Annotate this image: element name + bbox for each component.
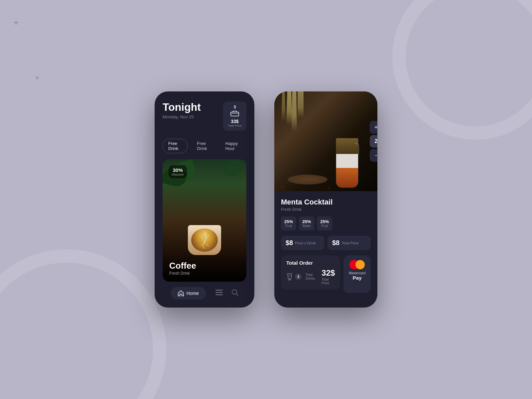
total-price-box: $8 Total Price [328,236,371,250]
filter-tab-free-drink-1[interactable]: Free Drink [163,139,188,153]
drink-title: Menta Cocktail [281,198,371,206]
menu-nav-icon[interactable] [215,290,223,297]
mastercard-logo [349,260,365,269]
cart-price: 33$ [228,119,242,124]
glass-layer-white [336,154,358,168]
ingredient-tag-1: 25% Water [299,216,314,230]
phone-2-bottom [274,293,377,300]
mc-circle-orange [355,260,365,269]
drinks-icon-wrapper: 3 [286,273,302,280]
svg-rect-2 [215,290,223,291]
ingredient-percent-2: 25% [320,219,329,224]
total-drinks-info: Total Drinks [306,273,315,280]
tonight-title: Tonight [163,101,201,113]
total-order-price: 32$ [322,268,335,278]
phone-2-content: Menta Cocktail Fresh Drink 25% Fruit 25%… [274,191,377,293]
discount-label: Discount [172,173,184,176]
svg-rect-0 [231,112,239,116]
list-icon [215,290,223,296]
quantity-value: 2 [370,135,377,148]
wheat-3 [279,91,288,121]
svg-line-6 [236,294,238,296]
ingredient-name-2: Fruit [320,224,329,228]
total-order-info: 3 Total Drinks 32$ Total Price [286,268,335,285]
quantity-controls: + 2 - [370,121,377,162]
home-label: Home [187,291,199,296]
coffee-name: Coffee [169,261,240,271]
latte-art-svg [191,228,218,252]
phone-1: Tonight Monday, Nov 25 3 33$ Total Price… [155,91,254,308]
discount-badge: 30% Discount [169,165,187,178]
total-price-amount: $8 [332,239,339,247]
bg-circle-top-right [392,0,532,140]
coffee-cup-container [188,225,221,255]
phone-2: + 2 - Menta Cocktail Fresh Drink 25% Fru… [274,91,377,308]
bottom-nav: Home [163,282,246,308]
leaf-decoration-3 [221,159,245,180]
quantity-minus-button[interactable]: - [370,149,377,162]
bg-plus-icon-1: + [13,17,19,28]
mastercard-pay-button[interactable]: Mastercard Pay [343,255,371,293]
total-order-price-label: Total Price [322,278,335,285]
total-order-row: Total Order 3 [281,255,371,293]
svg-rect-4 [215,294,223,295]
price-per-drink-label: Price x Drink [295,241,316,245]
drinks-glass-icon [286,273,293,280]
price-per-drink-box: $8 Price x Drink [281,236,324,250]
cart-label: Total Price [228,124,242,127]
filter-tab-happy-hour[interactable]: Happy Hour [220,139,246,153]
wheat-4 [298,91,304,118]
coffee-type: Fresh Drink [169,271,240,276]
cocktail-bg [274,91,377,191]
mc-brand-label: Mastercard [349,271,365,275]
filter-tabs: Free Drink Free Drink Happy Hour [163,139,246,153]
ingredient-tag-2: 25% Fruit [317,216,332,230]
phones-container: Tonight Monday, Nov 25 3 33$ Total Price… [155,91,377,308]
search-icon [232,289,238,296]
ingredient-tags: 25% Fruit 25% Water 25% Fruit [281,216,371,230]
drinks-count: 3 [295,273,302,280]
price-per-drink-amount: $8 [286,239,293,247]
bean-2 [286,181,289,183]
svg-rect-3 [215,292,223,293]
total-price-section: 32$ Total Price [322,268,335,285]
tonight-date: Monday, Nov 25 [163,114,201,119]
ingredient-name-1: Water [302,224,311,228]
cocktail-image-area: + 2 - [274,91,377,191]
header-titles: Tonight Monday, Nov 25 [163,101,201,119]
discount-percent: 30% [172,167,184,173]
coffee-cup [188,225,221,255]
coffee-info: Coffee Fresh Drink [163,255,246,282]
total-price-label: Total Price [341,241,358,245]
search-nav-icon[interactable] [232,289,238,298]
wheat-2 [291,91,298,131]
total-drinks-label: Total Drinks [306,273,315,280]
bg-circle-bottom-left [0,249,166,399]
home-nav-button[interactable]: Home [171,287,206,300]
glass-container [335,131,359,188]
total-order-section: Total Order 3 [281,255,340,290]
pricing-row: $8 Price x Drink $8 Total Price [281,236,371,250]
total-order-label: Total Order [286,260,335,266]
coffee-card[interactable]: 30% Discount Coffee Fresh Drink [163,159,246,282]
home-icon [178,290,184,296]
mc-pay-label: Pay [353,275,362,281]
bg-plus-icon-2: + [35,73,40,82]
cocktail-glass-wrapper [335,131,359,188]
bean-1 [281,185,285,189]
coffee-latte-art [191,228,218,252]
cart-icon [230,111,239,117]
cart-badge[interactable]: 3 33$ Total Price [223,101,246,131]
quantity-plus-button[interactable]: + [370,121,377,134]
filter-tab-free-drink-2[interactable]: Free Drink [192,139,216,153]
ingredient-tag-0: 25% Fruit [281,216,296,230]
glass-handle [355,143,359,156]
ingredient-percent-1: 25% [302,219,311,224]
phone-1-header: Tonight Monday, Nov 25 3 33$ Total Price [163,101,246,131]
glass-layer-brown [336,168,358,188]
ingredient-percent-0: 25% [284,219,293,224]
ingredient-name-0: Fruit [284,224,293,228]
cart-count: 3 [228,105,242,109]
bean-3 [327,187,331,191]
coaster [288,175,328,185]
